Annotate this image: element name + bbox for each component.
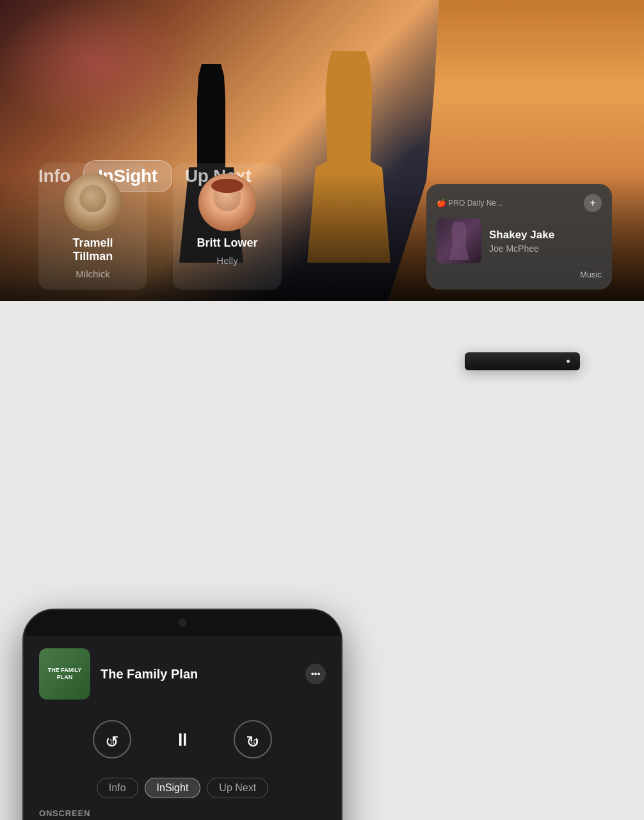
pause-circle: ⏸: [163, 720, 202, 758]
gray-background: THE FAMILY PLAN The Family Plan ••• ↺10 …: [0, 301, 644, 820]
music-add-button[interactable]: +: [584, 194, 602, 212]
phone-nav-insight[interactable]: InSight: [145, 778, 201, 798]
music-song-title: Shakey Jake: [489, 229, 602, 242]
music-content: Shakey Jake Joe McPhee: [437, 218, 602, 263]
tv-actor-name-0: Tramell Tillman: [54, 236, 132, 263]
music-card-header: 🍎 PRO Daily Ne... +: [437, 194, 602, 212]
onscreen-label: ONSCREEN: [24, 808, 341, 820]
phone-camera: [179, 619, 186, 627]
music-label: Music: [580, 270, 602, 279]
phone-notch: [150, 616, 214, 630]
phone-notch-area: [24, 610, 341, 636]
phone-nav-info[interactable]: Info: [97, 778, 138, 798]
tv-actor-card-0[interactable]: Tramell Tillman Milchick: [38, 163, 147, 290]
apple-tv-body: [465, 352, 580, 370]
playback-controls: ↺10 ⏸ ↻10: [24, 710, 341, 771]
music-info: Shakey Jake Joe McPhee: [489, 229, 602, 254]
phone-screen: THE FAMILY PLAN The Family Plan ••• ↺10 …: [24, 610, 341, 820]
more-options-button[interactable]: •••: [305, 664, 326, 684]
phone-navigation: Info InSight Up Next: [24, 771, 341, 808]
music-pro-label: 🍎 PRO Daily Ne...: [437, 199, 503, 208]
tv-screen: Info InSight Up Next Tramell Tillman Mil…: [0, 0, 644, 301]
phone-mockup: THE FAMILY PLAN The Family Plan ••• ↺10 …: [22, 609, 342, 820]
actor-face-0: [64, 174, 122, 231]
phone-nav-upnext[interactable]: Up Next: [207, 778, 268, 798]
hair-top-1: [211, 179, 243, 193]
music-footer: Music: [437, 270, 602, 279]
face-head-0: [79, 185, 106, 212]
tv-actor-avatar-1: [198, 174, 256, 231]
tv-actor-name-1: Britt Lower: [197, 236, 257, 250]
pause-icon: ⏸: [173, 729, 191, 750]
thumbnail-text: THE FAMILY PLAN: [39, 664, 90, 684]
movie-thumbnail: THE FAMILY PLAN: [39, 648, 90, 700]
tv-actor-cards: Tramell Tillman Milchick Britt Lower Hel…: [38, 163, 282, 301]
apple-music-logo: Music: [577, 270, 602, 279]
actor-face-1: [198, 174, 256, 231]
forward-button[interactable]: ↻10: [234, 720, 272, 758]
now-playing-title: The Family Plan: [101, 667, 295, 682]
phone-content: THE FAMILY PLAN The Family Plan ••• ↺10 …: [24, 636, 341, 820]
tv-actor-role-1: Helly: [216, 255, 237, 266]
rewind-button[interactable]: ↺10: [93, 720, 131, 758]
tv-actor-avatar-0: [64, 174, 122, 231]
bg-decoration-pink: [0, 0, 192, 128]
now-playing-header: THE FAMILY PLAN The Family Plan •••: [24, 636, 341, 710]
forward-circle: ↻10: [234, 720, 272, 758]
pause-button[interactable]: ⏸: [163, 720, 202, 758]
tv-music-card[interactable]: 🍎 PRO Daily Ne... + Shakey Jake Joe McPh…: [426, 184, 612, 290]
apple-tv-device: [465, 352, 593, 370]
music-artist-name: Joe McPhee: [489, 243, 602, 254]
music-figure: [446, 222, 472, 260]
rewind-circle: ↺10: [93, 720, 131, 758]
apple-tv-led: [567, 360, 570, 363]
tv-actor-card-1[interactable]: Britt Lower Helly: [173, 163, 282, 290]
music-thumbnail: [437, 218, 481, 263]
tv-actor-role-0: Milchick: [76, 268, 109, 279]
